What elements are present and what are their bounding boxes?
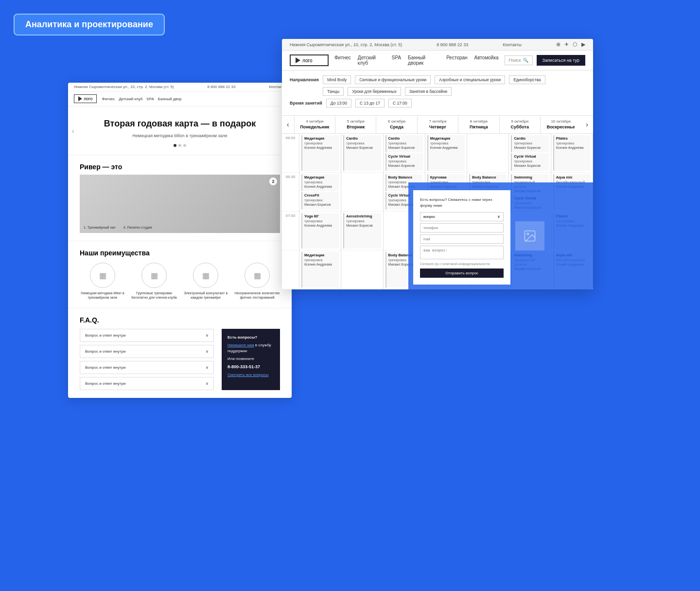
hero-prev-arrow[interactable]: ‹ [72,127,74,135]
right-logo-text: лого [302,58,313,63]
class-cardio-tue[interactable]: Cardio тренировка Михаил Борисов [343,135,381,171]
form-email-input[interactable] [420,234,504,244]
advantage-icon-1: ▦ [90,263,115,288]
filter-tag-pool[interactable]: Занятия в бассейне [405,87,452,96]
left-nav-links: Фитнес Детский клуб SPA Банный двор [102,97,181,101]
faq-item-2[interactable]: Вопрос и ответ внутри ∨ [80,345,214,358]
right-nav-carwash[interactable]: Автомойка [474,55,499,66]
form-message-textarea[interactable] [420,246,504,259]
cell-mon-0630: Медитация тренировка Ксения Андреева Cro… [299,173,341,212]
direction-filter-row2: Танцы Уроки для беременных Занятия в бас… [290,87,585,96]
right-nav-bath[interactable]: Банный дворик [408,55,439,66]
class-cyclevirtual-wed[interactable]: Cycle Virtual тренировка Михаил Борисов [385,153,423,171]
river-badge: 2 [269,178,277,185]
filter-time-13to17[interactable]: С 13 до 17 [355,99,385,107]
sched-day-2[interactable]: 6 октября Среда [376,116,417,133]
sched-day-1[interactable]: 5 октября Вторник [335,116,376,133]
instagram-icon[interactable]: ⬡ [573,41,578,48]
right-contacts[interactable]: Контакты [503,42,522,47]
class-aerostretching-tue[interactable]: Aerostretching тренировка Михаил Борисов [343,213,381,249]
select-chevron-icon: ∨ [497,215,500,219]
class-cardio-sat[interactable]: Cardio тренировка Михаил Борисов [511,135,548,153]
schedule-next-arrow[interactable]: › [581,116,593,133]
day-col-monday: Медитация тренировка Ксения Андреева Мед… [299,134,341,289]
time-label: Время занятий [290,101,322,106]
right-phone: 8 800 888 22 33 [437,42,468,47]
cell-mon-0700: Yoga 80' тренировка Ксения Андреева [299,212,341,251]
class-yoga-mon[interactable]: Yoga 80' тренировка Ксения Андреева [301,213,339,249]
advantage-icon-4: ▦ [245,263,270,288]
telegram-icon[interactable]: ✈ [564,41,569,48]
advantage-item-1: ▦ Немецкая методика Milon в тренажёрном … [80,263,125,300]
left-logo[interactable]: лого [74,94,97,103]
class-cyclevirtual-sat[interactable]: Cycle Virtual тренировка Михаил Борисов [511,153,548,171]
right-nav-fitness[interactable]: Фитнес [334,55,351,66]
faq-contact-link1[interactable]: Напишите нам в службу поддержки [228,342,274,354]
whatsapp-icon[interactable]: ⊕ [556,41,560,48]
right-logo-icon [296,57,300,63]
hero-dot-2[interactable] [178,144,181,147]
left-phone: 8 800 888 22 33 [208,85,236,89]
right-nav-kids[interactable]: Детский клуб [358,55,385,66]
faq-item-3[interactable]: Вопрос и ответ внутри ∨ [80,361,214,374]
left-nav-fitness[interactable]: Фитнес [102,97,115,101]
page-title: Аналитика и проектирование [14,14,165,36]
sched-day-5[interactable]: 9 октября Суббота [499,116,540,133]
filter-tag-dance[interactable]: Танцы [323,87,344,96]
directions-label: Направления [290,77,319,82]
class-meditation-mon[interactable]: Медитация тренировка Ксения Андреева [301,135,339,171]
faq-columns: Вопрос и ответ внутри ∨ Вопрос и ответ в… [80,329,280,390]
filter-tag-strength[interactable]: Силовые и функциональные уроки [355,75,431,84]
right-nav: лого Фитнес Детский клуб SPA Банный двор… [282,51,593,71]
hero-dot-3[interactable] [183,144,186,147]
sched-day-4[interactable]: 8 октября Пятница [458,116,499,133]
form-submit-button[interactable]: Отправить вопрос [420,269,504,278]
form-phone-input[interactable] [420,223,504,233]
left-nav-spa[interactable]: SPA [146,97,154,101]
modal-image-icon [515,221,544,251]
filter-tag-aerobic[interactable]: Аэробные и специальные уроки [435,75,505,84]
sched-day-3[interactable]: 7 октября Четверг [417,116,458,133]
faq-section: F.A.Q. Вопрос и ответ внутри ∨ Вопрос и … [68,308,292,398]
time-slot-0630: 06:30 [282,173,299,212]
class-meditation3-mon[interactable]: Медитация тренировка Ксения Андреева [301,252,339,287]
filter-time-before13[interactable]: До 13:00 [326,99,351,107]
sched-day-0[interactable]: 4 октября Понедельник [294,116,335,133]
advantage-icon-2: ▦ [141,263,167,288]
modal-overlay: Есть вопросы? Свяжитесь с нами через фор… [408,182,593,289]
advantage-icon-3: ▦ [193,263,218,288]
faq-item-4[interactable]: Вопрос и ответ внутри ∨ [80,377,214,390]
schedule-prev-arrow[interactable]: ‹ [282,116,294,133]
filter-tag-pregnant[interactable]: Уроки для беременных [348,87,401,96]
left-nav-kids[interactable]: Детский клуб [119,97,143,101]
class-pilates-sun[interactable]: Pilates тренировка Ксения Андреева [553,135,591,171]
faq-item-1[interactable]: Вопрос и ответ внутри ∨ [80,329,214,342]
class-meditation-thu[interactable]: Медитация тренировка Ксения Андреева [427,135,465,171]
contact-form: Есть вопросы? Свяжитесь с нами через фор… [413,190,510,284]
right-nav-links: Фитнес Детский клуб SPA Банный дворик Ре… [334,55,499,66]
left-nav-bath[interactable]: Банный двор [158,97,182,101]
class-cardio-wed[interactable]: Cardio тренировка Михаил Борисов [385,135,423,153]
cta-button[interactable]: Записаться на тур [537,55,585,66]
hero-dots [80,144,280,147]
right-nav-restaurant[interactable]: Ресторан [446,55,467,66]
faq-contact-link2[interactable]: Смотреть все вопросы [228,373,268,377]
faq-contact-box: Есть вопросы? Напишите нам в службу подд… [222,329,280,390]
sched-day-6[interactable]: 10 октября Воскресенье [540,116,581,133]
form-question-select[interactable]: вопрос ∨ [420,212,504,221]
form-title: Есть вопросы? Свяжитесь с нами через фор… [420,197,504,208]
hero-dot-1[interactable] [174,144,176,147]
class-crossfit-mon[interactable]: CrossFit тренировка Михаил Борисов [301,192,339,210]
filter-tag-mindbody[interactable]: Mind Body [323,75,351,84]
right-topbar: Нижняя Сыромятническая ул., 10, стр. 2, … [282,39,593,51]
search-box[interactable]: Поиск 🔍 [505,55,533,65]
filter-time-after17[interactable]: С 17:00 [388,99,412,107]
class-meditation2-mon[interactable]: Медитация тренировка Ксения Андреева [301,174,339,192]
hero-title: Вторая годовая карта — в подарок [80,118,280,129]
faq-contact-title: Есть вопросы? [228,335,274,340]
right-logo[interactable]: лого [290,54,329,66]
right-nav-spa[interactable]: SPA [392,55,401,66]
filter-tag-combat[interactable]: Единоборства [509,75,545,84]
youtube-icon[interactable]: ▶ [581,41,585,48]
cell-wed-0600: Cardio тренировка Михаил Борисов Cycle V… [384,134,425,173]
